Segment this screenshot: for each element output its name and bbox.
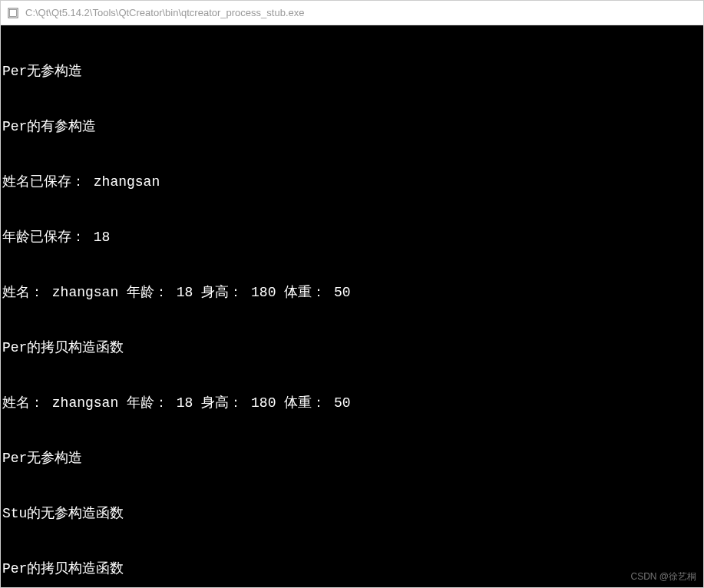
window-titlebar[interactable]: C:\Qt\Qt5.14.2\Tools\QtCreator\bin\qtcre… (1, 1, 703, 25)
app-icon (7, 7, 19, 19)
window-title: C:\Qt\Qt5.14.2\Tools\QtCreator\bin\qtcre… (25, 7, 304, 18)
console-line: Per的拷贝构造函数 (2, 560, 702, 578)
console-line: 姓名已保存： zhangsan (2, 173, 702, 191)
console-line: Per的拷贝构造函数 (2, 339, 702, 357)
console-window: C:\Qt\Qt5.14.2\Tools\QtCreator\bin\qtcre… (0, 0, 704, 588)
console-line: Per无参构造 (2, 449, 702, 467)
console-line: 姓名： zhangsan 年龄： 18 身高： 180 体重： 50 (2, 394, 702, 412)
console-line: 姓名： zhangsan 年龄： 18 身高： 180 体重： 50 (2, 283, 702, 302)
svg-rect-1 (10, 9, 17, 16)
watermark: CSDN @徐艺桐 (630, 570, 696, 583)
console-line: Per的有参构造 (2, 117, 702, 136)
console-line: Stu的无参构造函数 (2, 504, 702, 523)
console-output[interactable]: Per无参构造 Per的有参构造 姓名已保存： zhangsan 年龄已保存： … (1, 25, 703, 587)
console-line: 年龄已保存： 18 (2, 228, 702, 246)
console-line: Per无参构造 (2, 62, 702, 81)
